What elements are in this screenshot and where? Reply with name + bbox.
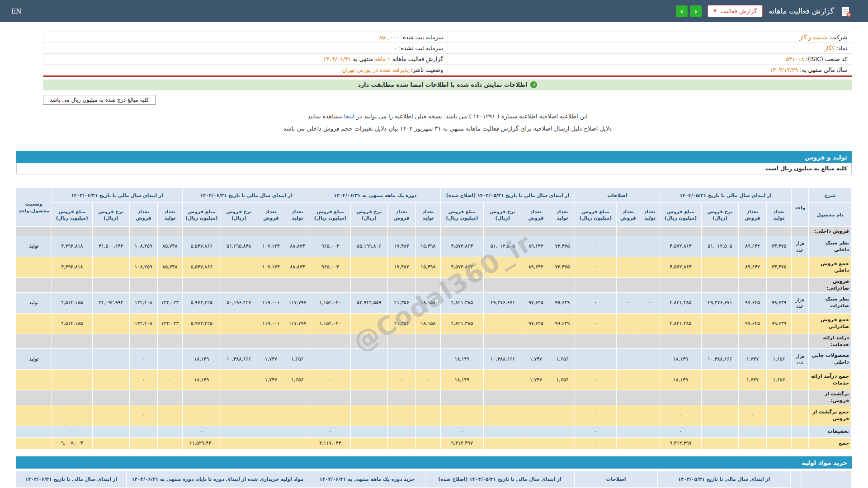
registered-capital-value: ۸۵۰,۰۰۰ — [379, 34, 399, 41]
product-row: بطر سبک داخلیهزار عدد۷۳,۳۷۵۸۹,۶۴۲۵۱,۰۱۲,… — [16, 236, 851, 257]
report-period-date: ۱۴۰۴/۰۶/۳۱ — [323, 56, 351, 62]
value-cell — [415, 438, 440, 450]
value-cell — [129, 426, 157, 438]
status-cell — [16, 390, 52, 405]
value-cell — [387, 426, 415, 438]
value-cell — [550, 278, 575, 293]
status-cell — [16, 227, 52, 236]
value-cell: ۱,۷۴۷ — [257, 370, 285, 390]
column-group-header: واحد — [791, 471, 802, 488]
isic-value: ۵۴۱۰۰۸ — [786, 56, 804, 62]
column-header: نرخ فروش (ریال) — [350, 203, 387, 227]
value-cell — [157, 334, 182, 349]
unit-cell — [792, 426, 809, 438]
value-cell — [767, 334, 792, 349]
value-cell — [221, 390, 257, 405]
fiscal-year-label: سال مالی منتهی به: — [800, 66, 847, 73]
value-cell: ۱۸,۱۵۸ — [415, 313, 440, 334]
value-cell: ۱,۱۵۲,۰۴۰ — [310, 313, 350, 334]
status-cell — [16, 278, 52, 293]
report-type-dropdown[interactable]: گزارش فعالیت ▼ — [708, 5, 763, 17]
value-cell: ۹۷,۶۴۵ — [739, 313, 767, 334]
unit-cell — [792, 390, 809, 405]
value-cell — [257, 227, 285, 236]
column-header: تعداد تولید — [285, 203, 310, 227]
value-cell: ۹۷,۶۴۵ — [739, 292, 767, 313]
value-cell: ۰ — [129, 370, 157, 390]
report-nav-arrows: ‹ › — [676, 5, 702, 17]
value-cell: ۰ — [310, 405, 350, 426]
value-cell: ۰ — [616, 349, 640, 370]
value-cell — [221, 370, 257, 390]
value-cell — [640, 390, 660, 405]
status-cell: تولید — [16, 292, 52, 313]
value-cell: ۴۹,۳۷۶,۶۷۱ — [483, 292, 522, 313]
previous-version-link[interactable]: اینجا — [344, 113, 355, 120]
value-cell — [550, 227, 575, 236]
publisher-status-cell: وضعیت ناشر: پذیرفته شده در بورس تهران — [43, 65, 448, 75]
value-cell: ۲۱,۳۵۶ — [387, 313, 415, 334]
value-cell — [616, 405, 640, 426]
value-cell — [522, 390, 550, 405]
value-cell: ۰ — [387, 349, 415, 370]
column-group-header: از ابتدای سال مالی تا تاریخ ۱۴۰۳/۰۶/۳۱ — [16, 471, 126, 488]
column-header: تعداد تولید — [550, 203, 575, 227]
row-label-cell: بطر سبک داخلی — [809, 236, 852, 257]
value-cell: ۰ — [575, 426, 616, 438]
language-toggle-link[interactable]: EN — [11, 8, 21, 15]
value-cell: ۱۰,۳۸۸,۶۶۶ — [702, 349, 739, 370]
value-cell: ۷۳,۳۷۵ — [550, 257, 575, 278]
value-cell: ۰ — [575, 405, 616, 426]
amounts-unit-note: کلیه مبالغ درج شده به میلیون ریال می باش… — [43, 95, 156, 105]
value-cell: ۹۹,۶۳۹ — [550, 292, 575, 313]
value-cell: ۱۸,۱۴۹ — [660, 370, 701, 390]
value-cell: ۱۳۲,۴۰۸ — [129, 292, 157, 313]
amendment-line1: این اطلاعیه اصلاحیه اطلاعیه شماره ( ۱۴۰۱… — [43, 110, 852, 122]
value-cell: ۰ — [52, 370, 92, 390]
unit-cell — [792, 278, 809, 293]
value-cell: ۱۱۷,۷۹۷ — [285, 292, 310, 313]
total-row: جمع۹,۴۱۲,۳۹۷۰۹,۴۱۲,۳۹۷۲,۱۱۷,۰۴۳۱۱,۵۲۹,۴۴… — [16, 438, 851, 450]
value-cell — [575, 278, 616, 293]
value-cell: ۱,۶۵۶ — [285, 370, 310, 390]
registered-capital-label: سرمایه ثبت شده: — [401, 34, 443, 41]
info-icon: i — [530, 81, 537, 88]
value-cell: ۱,۶۵۶ — [767, 370, 792, 390]
value-cell: ۰ — [640, 292, 660, 313]
value-cell — [575, 227, 616, 236]
value-cell — [522, 227, 550, 236]
value-cell: ۰ — [660, 405, 701, 426]
value-cell: ۱۸,۱۵۸ — [415, 292, 440, 313]
value-cell: ۱,۶۵۶ — [550, 349, 575, 370]
value-cell — [440, 227, 483, 236]
column-group-header: شرح — [802, 471, 852, 488]
value-cell: ۹۹,۶۳۹ — [767, 292, 792, 313]
value-cell — [739, 426, 767, 438]
value-cell — [767, 405, 792, 426]
value-cell — [415, 426, 440, 438]
value-cell — [483, 257, 522, 278]
value-cell — [257, 334, 285, 349]
subtotal-row: جمع فروش داخلی۷۳,۳۷۵۸۹,۶۴۲۴,۵۷۲,۸۶۳۰۷۳,۳… — [16, 257, 851, 278]
value-cell: ۰ — [52, 349, 92, 370]
prev-report-button[interactable]: › — [676, 5, 688, 17]
value-cell — [575, 334, 616, 349]
value-cell — [182, 278, 221, 293]
t1-group-header-row: شرح واحد از ابتدای سال مالی تا تاریخ ۱۴۰… — [16, 188, 851, 203]
section-row: درآمد ارائه خدمات: — [16, 334, 851, 349]
value-cell: ۱۱۷,۷۹۷ — [285, 313, 310, 334]
chevron-down-icon: ▼ — [713, 9, 717, 13]
value-cell: ۰ — [440, 405, 483, 426]
value-cell: ۱۱۹,۰۰۱ — [257, 292, 285, 313]
value-cell: ۰ — [415, 349, 440, 370]
column-group-header: از ابتدای سال مالی تا تاریخ ۱۴۰۴/۰۶/۳۱ — [182, 188, 310, 203]
unit-cell — [792, 313, 809, 334]
value-cell — [129, 334, 157, 349]
column-header: نرخ فروش (ریال) — [221, 203, 257, 227]
value-cell — [640, 426, 660, 438]
value-cell — [640, 313, 660, 334]
value-cell — [739, 390, 767, 405]
value-cell: ۹,۴۱۲,۳۹۷ — [440, 438, 483, 450]
value-cell — [702, 257, 739, 278]
next-report-button[interactable]: ‹ — [690, 5, 702, 17]
